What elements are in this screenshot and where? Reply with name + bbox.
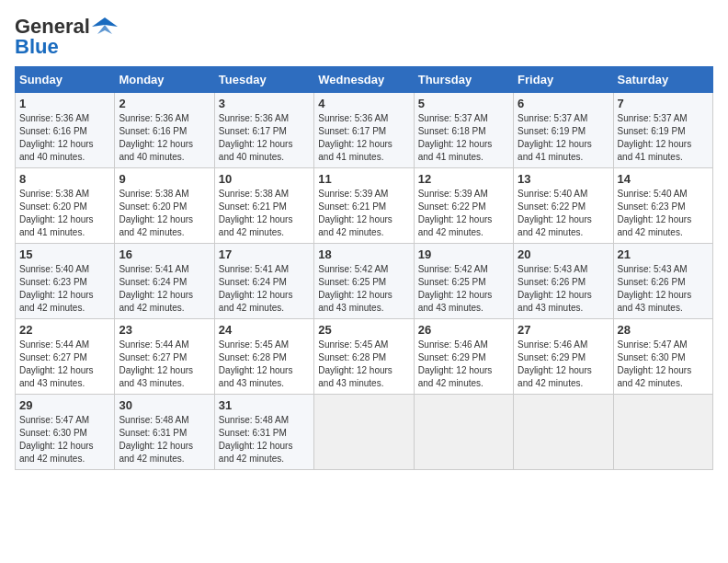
day-info: Sunrise: 5:38 AM Sunset: 6:20 PM Dayligh…: [19, 188, 110, 239]
day-number: 16: [119, 247, 210, 261]
day-info: Sunrise: 5:46 AM Sunset: 6:29 PM Dayligh…: [518, 339, 609, 390]
day-number: 9: [119, 172, 210, 186]
calendar-cell: [314, 395, 414, 470]
calendar-cell: 7 Sunrise: 5:37 AM Sunset: 6:19 PM Dayli…: [613, 93, 712, 168]
day-number: 26: [418, 323, 509, 337]
day-info: Sunrise: 5:38 AM Sunset: 6:20 PM Dayligh…: [119, 188, 210, 239]
day-info: Sunrise: 5:40 AM Sunset: 6:23 PM Dayligh…: [618, 188, 709, 239]
day-number: 14: [618, 172, 709, 186]
day-number: 2: [119, 97, 210, 110]
day-number: 30: [119, 398, 210, 412]
svg-marker-1: [97, 25, 112, 34]
calendar-cell: 27 Sunrise: 5:46 AM Sunset: 6:29 PM Dayl…: [514, 319, 613, 395]
calendar-body: 1 Sunrise: 5:36 AM Sunset: 6:16 PM Dayli…: [16, 93, 713, 470]
calendar-cell: 26 Sunrise: 5:46 AM Sunset: 6:29 PM Dayl…: [414, 319, 513, 395]
calendar-cell: 1 Sunrise: 5:36 AM Sunset: 6:16 PM Dayli…: [16, 93, 115, 168]
calendar-cell: 6 Sunrise: 5:37 AM Sunset: 6:19 PM Dayli…: [514, 93, 613, 168]
page-header: General Blue: [15, 15, 713, 59]
day-number: 24: [219, 323, 310, 337]
calendar-week-row: 15 Sunrise: 5:40 AM Sunset: 6:23 PM Dayl…: [16, 244, 713, 319]
calendar-cell: 5 Sunrise: 5:37 AM Sunset: 6:18 PM Dayli…: [414, 93, 513, 168]
day-number: 6: [518, 97, 609, 110]
day-info: Sunrise: 5:44 AM Sunset: 6:27 PM Dayligh…: [119, 339, 210, 390]
day-info: Sunrise: 5:43 AM Sunset: 6:26 PM Dayligh…: [618, 263, 709, 315]
day-number: 27: [518, 323, 609, 337]
day-info: Sunrise: 5:45 AM Sunset: 6:28 PM Dayligh…: [219, 339, 310, 390]
calendar-cell: 12 Sunrise: 5:39 AM Sunset: 6:22 PM Dayl…: [414, 168, 513, 244]
day-info: Sunrise: 5:41 AM Sunset: 6:24 PM Dayligh…: [219, 263, 310, 315]
day-number: 23: [119, 323, 210, 337]
calendar-cell: 28 Sunrise: 5:47 AM Sunset: 6:30 PM Dayl…: [613, 319, 712, 395]
day-info: Sunrise: 5:40 AM Sunset: 6:22 PM Dayligh…: [518, 188, 609, 239]
calendar-week-row: 29 Sunrise: 5:47 AM Sunset: 6:30 PM Dayl…: [16, 395, 713, 470]
day-number: 29: [19, 398, 110, 412]
day-number: 11: [318, 172, 409, 186]
day-number: 1: [19, 97, 110, 110]
day-info: Sunrise: 5:37 AM Sunset: 6:18 PM Dayligh…: [418, 112, 509, 164]
calendar-cell: 3 Sunrise: 5:36 AM Sunset: 6:17 PM Dayli…: [214, 93, 313, 168]
day-info: Sunrise: 5:43 AM Sunset: 6:26 PM Dayligh…: [518, 263, 609, 315]
column-header-friday: Friday: [514, 67, 613, 93]
calendar-week-row: 1 Sunrise: 5:36 AM Sunset: 6:16 PM Dayli…: [16, 93, 713, 168]
calendar-cell: 31 Sunrise: 5:48 AM Sunset: 6:31 PM Dayl…: [214, 395, 313, 470]
day-info: Sunrise: 5:37 AM Sunset: 6:19 PM Dayligh…: [618, 112, 709, 164]
column-header-monday: Monday: [115, 67, 214, 93]
day-number: 21: [618, 247, 709, 261]
day-number: 10: [219, 172, 310, 186]
calendar-cell: 10 Sunrise: 5:38 AM Sunset: 6:21 PM Dayl…: [214, 168, 313, 244]
day-number: 20: [518, 247, 609, 261]
calendar-cell: 24 Sunrise: 5:45 AM Sunset: 6:28 PM Dayl…: [214, 319, 313, 395]
logo-bird-icon: [92, 16, 118, 38]
day-number: 4: [318, 97, 409, 110]
calendar-cell: 8 Sunrise: 5:38 AM Sunset: 6:20 PM Dayli…: [16, 168, 115, 244]
day-info: Sunrise: 5:47 AM Sunset: 6:30 PM Dayligh…: [618, 339, 709, 390]
calendar-cell: 23 Sunrise: 5:44 AM Sunset: 6:27 PM Dayl…: [115, 319, 214, 395]
calendar-cell: 4 Sunrise: 5:36 AM Sunset: 6:17 PM Dayli…: [314, 93, 414, 168]
calendar-cell: 18 Sunrise: 5:42 AM Sunset: 6:25 PM Dayl…: [314, 244, 414, 319]
column-header-sunday: Sunday: [16, 67, 115, 93]
day-info: Sunrise: 5:48 AM Sunset: 6:31 PM Dayligh…: [219, 414, 310, 465]
calendar-cell: 2 Sunrise: 5:36 AM Sunset: 6:16 PM Dayli…: [115, 93, 214, 168]
day-number: 13: [518, 172, 609, 186]
column-header-tuesday: Tuesday: [214, 67, 313, 93]
day-info: Sunrise: 5:47 AM Sunset: 6:30 PM Dayligh…: [19, 414, 110, 465]
day-info: Sunrise: 5:48 AM Sunset: 6:31 PM Dayligh…: [119, 414, 210, 465]
logo-blue: Blue: [15, 35, 59, 59]
calendar-cell: 19 Sunrise: 5:42 AM Sunset: 6:25 PM Dayl…: [414, 244, 513, 319]
day-info: Sunrise: 5:45 AM Sunset: 6:28 PM Dayligh…: [318, 339, 409, 390]
calendar-cell: 11 Sunrise: 5:39 AM Sunset: 6:21 PM Dayl…: [314, 168, 414, 244]
day-info: Sunrise: 5:44 AM Sunset: 6:27 PM Dayligh…: [19, 339, 110, 390]
day-info: Sunrise: 5:36 AM Sunset: 6:17 PM Dayligh…: [219, 112, 310, 164]
day-number: 22: [19, 323, 110, 337]
calendar-week-row: 8 Sunrise: 5:38 AM Sunset: 6:20 PM Dayli…: [16, 168, 713, 244]
calendar-cell: [613, 395, 712, 470]
day-number: 17: [219, 247, 310, 261]
calendar-cell: 20 Sunrise: 5:43 AM Sunset: 6:26 PM Dayl…: [514, 244, 613, 319]
calendar-cell: 9 Sunrise: 5:38 AM Sunset: 6:20 PM Dayli…: [115, 168, 214, 244]
column-header-wednesday: Wednesday: [314, 67, 414, 93]
day-info: Sunrise: 5:37 AM Sunset: 6:19 PM Dayligh…: [518, 112, 609, 164]
calendar-header-row: SundayMondayTuesdayWednesdayThursdayFrid…: [16, 67, 713, 93]
day-number: 31: [219, 398, 310, 412]
calendar-cell: 21 Sunrise: 5:43 AM Sunset: 6:26 PM Dayl…: [613, 244, 712, 319]
day-info: Sunrise: 5:36 AM Sunset: 6:17 PM Dayligh…: [318, 112, 409, 164]
calendar-cell: 29 Sunrise: 5:47 AM Sunset: 6:30 PM Dayl…: [16, 395, 115, 470]
day-number: 19: [418, 247, 509, 261]
day-info: Sunrise: 5:39 AM Sunset: 6:21 PM Dayligh…: [318, 188, 409, 239]
day-number: 28: [618, 323, 709, 337]
logo: General Blue: [15, 15, 118, 59]
day-number: 15: [19, 247, 110, 261]
column-header-saturday: Saturday: [613, 67, 712, 93]
day-info: Sunrise: 5:36 AM Sunset: 6:16 PM Dayligh…: [119, 112, 210, 164]
day-number: 25: [318, 323, 409, 337]
column-header-thursday: Thursday: [414, 67, 513, 93]
day-info: Sunrise: 5:42 AM Sunset: 6:25 PM Dayligh…: [318, 263, 409, 315]
day-number: 12: [418, 172, 509, 186]
day-info: Sunrise: 5:39 AM Sunset: 6:22 PM Dayligh…: [418, 188, 509, 239]
calendar-cell: 22 Sunrise: 5:44 AM Sunset: 6:27 PM Dayl…: [16, 319, 115, 395]
calendar-cell: 13 Sunrise: 5:40 AM Sunset: 6:22 PM Dayl…: [514, 168, 613, 244]
calendar-cell: [514, 395, 613, 470]
calendar-week-row: 22 Sunrise: 5:44 AM Sunset: 6:27 PM Dayl…: [16, 319, 713, 395]
day-info: Sunrise: 5:41 AM Sunset: 6:24 PM Dayligh…: [119, 263, 210, 315]
calendar-cell: [414, 395, 513, 470]
